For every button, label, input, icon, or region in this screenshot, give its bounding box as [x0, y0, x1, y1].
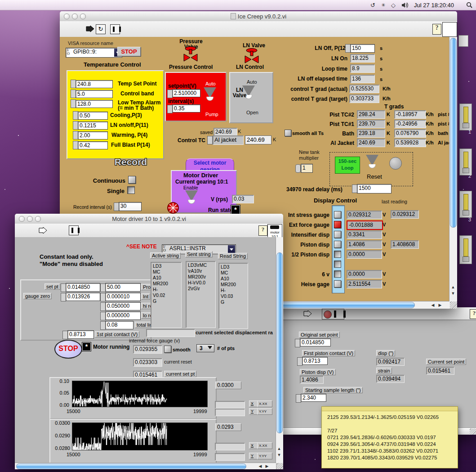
spotlight-icon[interactable]	[466, 2, 472, 8]
enable-knob[interactable]	[185, 190, 198, 204]
run-continuous-button[interactable]: ↻	[96, 24, 106, 34]
ln-onoff-field[interactable]: 0.1215	[78, 121, 108, 130]
display-checkbox[interactable]	[334, 251, 341, 258]
full-blast-field[interactable]: 0.42	[78, 141, 108, 149]
scroll-right-arrow[interactable]: ▶	[437, 302, 443, 308]
sent-string-box[interactable]: LD3\rMC \rA10\r MR200\r H-\rV0.0 2\rG\r	[186, 261, 216, 328]
time-machine-icon[interactable]: ↺	[370, 2, 375, 9]
setpoint-field[interactable]: 2.510000	[172, 89, 200, 97]
dropdown-arrow-icon[interactable]	[228, 245, 235, 253]
set-pt-field[interactable]: 0.014850	[66, 283, 100, 292]
smooth-checkbox[interactable]	[164, 346, 171, 353]
scroll-down-arrow[interactable]: ▼	[276, 452, 282, 458]
npts-dropdown[interactable]: 3	[196, 344, 214, 352]
side-widget[interactable]	[459, 235, 472, 264]
scroll-up-arrow[interactable]: ▲	[276, 446, 282, 451]
tank-mult-spinner[interactable]	[295, 164, 301, 173]
help-button[interactable]: ?	[258, 225, 267, 236]
motor-vscrollbar[interactable]: ▲ ▼	[276, 237, 283, 463]
int-field[interactable]: 0.000010	[105, 292, 141, 301]
display-checkbox[interactable]	[334, 211, 341, 218]
menu-clock[interactable]: Jul 27 18:20:40	[414, 2, 454, 9]
control-tc-spinner[interactable]	[207, 136, 213, 144]
active-string-box[interactable]: LD3 MC A10 MR200 H- V0.02 G	[151, 262, 182, 328]
sticky-note[interactable]: 2125 239.53/1.2134/-1.3625/0.025159 V0.0…	[321, 406, 458, 468]
ice-titlebar[interactable]: Ice Creep v9.0.2.vi	[60, 11, 457, 22]
chart1-x-fmt[interactable]: X.XX	[257, 400, 272, 407]
help-button[interactable]: ?	[470, 309, 476, 319]
display-checkbox[interactable]	[334, 241, 341, 248]
ln-off-field[interactable]: 150	[350, 44, 375, 53]
ice-vscrollbar[interactable]: ▲ ▼	[449, 37, 457, 301]
motor-running-indicator[interactable]: *	[82, 342, 91, 351]
warming-field[interactable]: 2.00	[78, 131, 108, 139]
continuous-checkbox[interactable]	[128, 176, 136, 184]
scroll-left-arrow[interactable]: ◀	[257, 463, 263, 469]
smooth-all-ts-checkbox[interactable]	[285, 130, 291, 136]
chart1-x-field[interactable]	[215, 401, 245, 409]
display-checkbox[interactable]	[334, 261, 341, 268]
stop-button[interactable]: STOP	[117, 47, 141, 56]
run-icon[interactable]	[85, 25, 95, 32]
lo-field[interactable]: 0.000000	[105, 311, 141, 320]
pause-button[interactable]	[69, 225, 79, 235]
scroll-down-arrow[interactable]: ▼	[450, 291, 456, 296]
hi-field[interactable]: 0.050000	[105, 302, 141, 310]
stop-button[interactable]: STOP	[54, 340, 82, 359]
display-checkbox[interactable]	[334, 270, 341, 278]
force-chart[interactable]	[72, 381, 208, 407]
sample-length-field[interactable]: 2.340	[301, 394, 326, 402]
first-piston-contact-field[interactable]: 0.8713	[302, 357, 328, 365]
pist-field[interactable]: 0.8713	[67, 330, 94, 339]
display-checkbox-alarm[interactable]	[334, 221, 341, 228]
vi-icon-box[interactable]	[442, 22, 457, 37]
pause-button[interactable]	[110, 24, 120, 34]
chart2-x-field[interactable]	[215, 443, 245, 450]
read-string-box[interactable]: LD3 MC A10 MR200 H- V0.03 G	[218, 263, 248, 329]
airport-icon[interactable]: ◇	[391, 2, 396, 9]
chart2-y-fmt[interactable]: Y.YY	[257, 453, 272, 459]
motor-window[interactable]: Motor driver 10 to 1 v9.0.2.vi ? motor 1…	[15, 214, 283, 469]
total-field[interactable]: 0.08	[105, 321, 133, 329]
chart1-y-field[interactable]	[215, 409, 245, 416]
run-icon[interactable]	[303, 310, 313, 317]
reset-knob[interactable]	[366, 155, 378, 168]
sticky-note-header[interactable]	[322, 407, 458, 411]
scroll-right-arrow[interactable]: ▶	[264, 463, 270, 469]
scroll-left-arrow[interactable]: ◀	[430, 302, 436, 308]
display-checkbox[interactable]	[334, 280, 341, 288]
low-temp-alarm-field[interactable]: 128.0	[76, 100, 113, 108]
motor-hscrollbar[interactable]: ◀ ▶	[15, 463, 276, 469]
volume-icon[interactable]	[401, 2, 408, 8]
chart1-y-fmt[interactable]: Y.YY	[257, 408, 272, 415]
side-widget[interactable]	[459, 103, 472, 130]
prop-field[interactable]: 50.00	[105, 283, 141, 292]
control-tc-select[interactable]: Al jacket	[213, 135, 244, 145]
control-band-field[interactable]: 5.0	[76, 90, 113, 98]
pressure-mode-knob[interactable]	[204, 87, 216, 101]
side-widget[interactable]	[459, 191, 472, 218]
run-icon[interactable]	[38, 227, 48, 234]
visa-dropdown[interactable]: I/OGPIB0::9:	[66, 48, 122, 58]
help-button[interactable]: ?	[432, 24, 441, 35]
cooling-field[interactable]: 0.50	[78, 112, 108, 120]
single-checkbox[interactable]	[127, 186, 135, 194]
interval-field[interactable]: 0.35	[172, 104, 200, 112]
chart2-x-fmt[interactable]: X.XX	[257, 442, 272, 449]
side-widget[interactable]	[459, 148, 472, 175]
record-interval-field[interactable]: 30	[119, 202, 142, 211]
read-delay-field[interactable]: 1500	[357, 184, 391, 193]
led-button[interactable]	[389, 157, 402, 170]
scroll-up-arrow[interactable]: ▲	[450, 284, 456, 290]
original-set-point-field[interactable]: 0.014850	[300, 338, 331, 346]
pause-button[interactable]	[334, 310, 346, 318]
abort-button[interactable]	[324, 310, 332, 319]
motor-titlebar[interactable]: Motor driver 10 to 1 v9.0.2.vi	[15, 214, 283, 224]
run-state-indicator[interactable]: *	[231, 205, 240, 214]
sync-icon[interactable]: ✳	[381, 2, 385, 8]
chart2-y-field[interactable]	[215, 453, 245, 461]
tank-mult-field[interactable]: 1	[301, 164, 313, 173]
disp-chart[interactable]	[72, 423, 208, 450]
resize-grip[interactable]	[277, 463, 283, 469]
temp-set-point-field[interactable]: 240.8	[76, 80, 113, 88]
